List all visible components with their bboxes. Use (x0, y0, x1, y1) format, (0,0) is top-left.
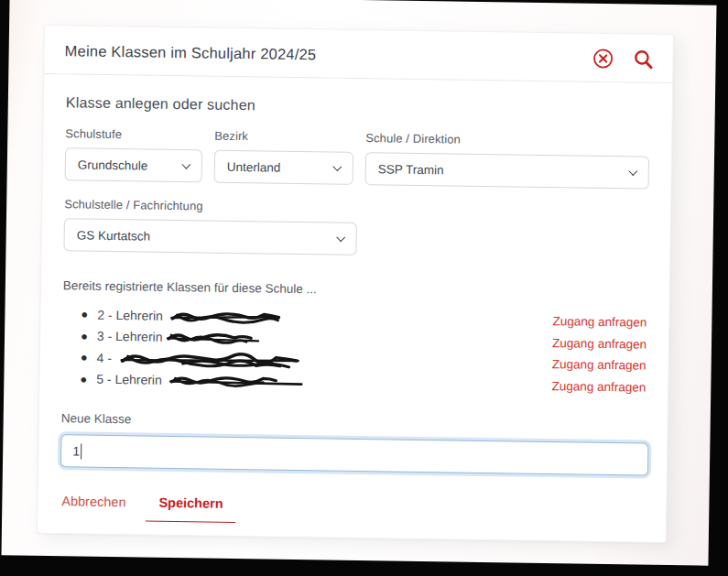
selected-value: Unterland (227, 159, 281, 174)
schulstelle-select[interactable]: GS Kurtatsch (63, 218, 356, 255)
redacted-name-scribble (119, 351, 302, 370)
screenshot-frame: Meine Klassen im Schuljahr 2024/25 (0, 0, 728, 576)
field-label: Schule / Direktion (365, 131, 649, 149)
selected-value: SSP Tramin (378, 162, 444, 177)
header-icons (592, 48, 654, 71)
input-value: 1 (72, 443, 80, 458)
chevron-down-icon (336, 233, 345, 242)
request-access-link[interactable]: Zugang anfragen (551, 379, 646, 395)
section-title: Klasse anlegen oder suchen (66, 94, 650, 119)
spacer (282, 318, 553, 321)
registered-classes-heading: Bereits registrierte Klassen für diese S… (63, 278, 647, 300)
bullet-icon: ● (80, 373, 87, 385)
page-background: Meine Klassen im Schuljahr 2024/25 (2, 0, 717, 566)
dialog-title: Meine Klassen im Schuljahr 2024/25 (65, 42, 317, 63)
registered-classes-list: ● 2 - Lehrerin Zugang anfragen ● (61, 303, 647, 397)
chevron-down-icon (332, 162, 342, 171)
text-cursor (81, 443, 82, 459)
field-label: Schulstufe (65, 126, 202, 142)
cancel-button[interactable]: Abbrechen (61, 492, 125, 511)
field-label: Bezirk (214, 129, 353, 145)
new-class-input[interactable]: 1 (60, 434, 648, 476)
bullet-icon: ● (81, 352, 88, 364)
dialog-body: Klasse anlegen oder suchen Schulstufe Gr… (38, 74, 672, 529)
field-schule-direktion: Schule / Direktion SSP Tramin (365, 131, 650, 190)
request-access-link[interactable]: Zugang anfragen (552, 357, 647, 373)
search-icon[interactable] (632, 48, 654, 70)
class-label: 5 - Lehrerin (96, 372, 166, 387)
request-access-link[interactable]: Zugang anfragen (552, 336, 647, 352)
redacted-name-scribble (169, 374, 305, 390)
selected-value: Grundschule (78, 158, 148, 172)
chevron-down-icon (628, 166, 637, 175)
redacted-name-scribble (170, 310, 282, 326)
redacted-name-scribble (166, 331, 261, 347)
field-label: Schulstelle / Fachrichtung (64, 197, 357, 215)
close-icon[interactable] (592, 48, 614, 70)
class-label: 3 - Lehrerin (97, 329, 163, 344)
field-schulstelle: Schulstelle / Fachrichtung GS Kurtatsch (63, 197, 357, 255)
new-class-label: Neue Klasse (61, 411, 646, 433)
klassen-dialog: Meine Klassen im Schuljahr 2024/25 (37, 25, 674, 543)
chevron-down-icon (181, 159, 190, 168)
class-label: 2 - Lehrerin (97, 308, 167, 323)
dialog-footer: Abbrechen Speichern (60, 492, 644, 528)
save-button[interactable]: Speichern (146, 494, 236, 523)
registered-classes-section: Bereits registrierte Klassen für diese S… (61, 278, 647, 397)
field-schulstufe: Schulstufe Grundschule (65, 126, 203, 182)
class-label: 4 - (96, 351, 114, 365)
field-bezirk: Bezirk Unterland (214, 129, 354, 185)
spacer (302, 361, 552, 364)
schule-direktion-select[interactable]: SSP Tramin (365, 152, 649, 190)
select-row: Schulstufe Grundschule Bezirk Unterland (65, 126, 650, 189)
bullet-icon: ● (81, 309, 88, 321)
schulstufe-select[interactable]: Grundschule (65, 147, 203, 182)
selected-value: GS Kurtatsch (77, 228, 151, 243)
new-class-section: Neue Klasse 1 (60, 411, 646, 475)
spacer (305, 382, 552, 386)
spacer (261, 339, 552, 343)
bezirk-select[interactable]: Unterland (214, 150, 354, 185)
request-access-link[interactable]: Zugang anfragen (552, 314, 647, 330)
bullet-icon: ● (81, 330, 88, 342)
